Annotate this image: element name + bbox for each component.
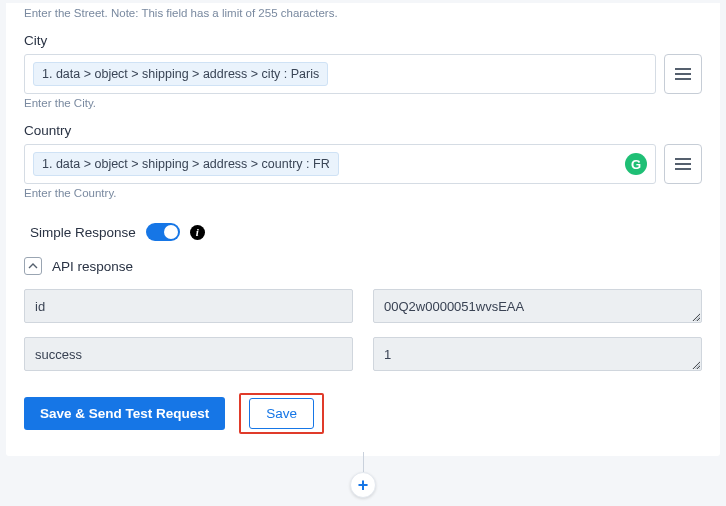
country-chip: 1. data > object > shipping > address > …	[33, 152, 339, 176]
svg-rect-2	[675, 78, 691, 80]
city-hint: Enter the City.	[24, 97, 702, 109]
response-key[interactable]: id	[24, 289, 353, 323]
api-response-collapse-button[interactable]	[24, 257, 42, 275]
response-value[interactable]: 1	[373, 337, 702, 371]
city-menu-button[interactable]	[664, 54, 702, 94]
info-icon[interactable]: i	[190, 225, 205, 240]
city-label: City	[24, 33, 702, 48]
svg-rect-5	[675, 168, 691, 170]
hamburger-icon	[675, 158, 691, 170]
chevron-up-icon	[28, 263, 38, 269]
api-response-title: API response	[52, 259, 133, 274]
grammarly-icon: G	[625, 153, 647, 175]
response-value[interactable]: 00Q2w0000051wvsEAA	[373, 289, 702, 323]
add-step-button[interactable]: +	[350, 472, 376, 498]
save-button[interactable]: Save	[249, 398, 314, 429]
save-button-highlight: Save	[239, 393, 324, 434]
svg-rect-0	[675, 68, 691, 70]
svg-rect-4	[675, 163, 691, 165]
connector-line	[363, 452, 364, 472]
country-label: Country	[24, 123, 702, 138]
hamburger-icon	[675, 68, 691, 80]
response-key[interactable]: success	[24, 337, 353, 371]
simple-response-toggle[interactable]	[146, 223, 180, 241]
svg-rect-1	[675, 73, 691, 75]
country-menu-button[interactable]	[664, 144, 702, 184]
street-hint: Enter the Street. Note: This field has a…	[24, 3, 702, 19]
save-send-button[interactable]: Save & Send Test Request	[24, 397, 225, 430]
simple-response-label: Simple Response	[30, 225, 136, 240]
city-chip: 1. data > object > shipping > address > …	[33, 62, 328, 86]
country-hint: Enter the Country.	[24, 187, 702, 199]
city-input[interactable]: 1. data > object > shipping > address > …	[24, 54, 656, 94]
country-input[interactable]: 1. data > object > shipping > address > …	[24, 144, 656, 184]
svg-rect-3	[675, 158, 691, 160]
